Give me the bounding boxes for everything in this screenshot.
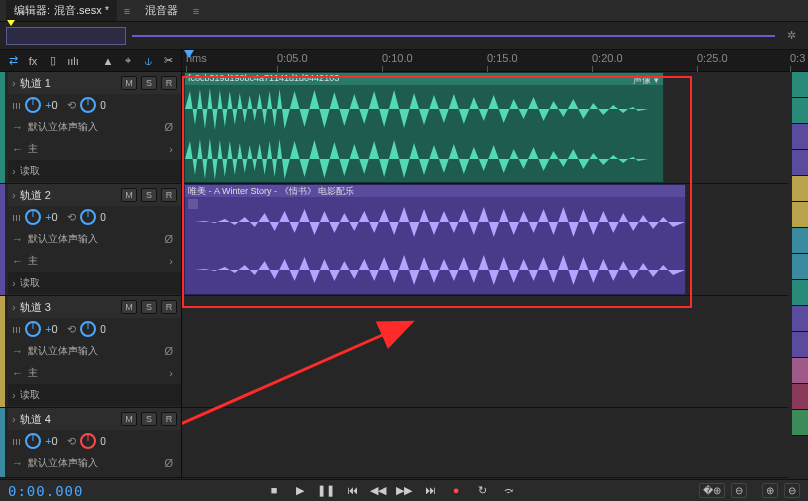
record-arm-button[interactable]: R	[161, 76, 177, 90]
track-output-row[interactable]: ← 主 ›	[8, 138, 181, 160]
track-lane[interactable]	[182, 296, 788, 408]
fx-button[interactable]: fx	[24, 52, 42, 70]
tab-editor-prefix: 编辑器:	[14, 3, 50, 18]
volume-knob[interactable]	[25, 209, 41, 225]
volume-knob[interactable]	[25, 97, 41, 113]
mute-button[interactable]: M	[121, 300, 137, 314]
time-ruler[interactable]: hms 0:05.0 0:10.0 0:15.0 0:20.0 0:25.0 0…	[182, 50, 808, 71]
shuffle-button[interactable]: ⇄	[4, 52, 22, 70]
play-button[interactable]: ▶	[291, 484, 309, 497]
track-name[interactable]: 轨道 1	[20, 76, 117, 91]
stop-button[interactable]: ■	[265, 484, 283, 497]
pan-knob[interactable]	[80, 321, 96, 337]
pan-knob[interactable]	[80, 97, 96, 113]
overview-visible-region[interactable]	[6, 27, 126, 45]
track-name[interactable]: 轨道 2	[20, 188, 117, 203]
pan-knob[interactable]	[80, 433, 96, 449]
pause-button[interactable]: ❚❚	[317, 484, 335, 497]
track-input-row[interactable]: →默认立体声输入Ø	[8, 452, 181, 474]
marker-button[interactable]: ▲	[99, 52, 117, 70]
multitrack-editor: › 轨道 1 M S R ııı +0 ⟲ 0 → 默认立体声输入	[0, 72, 808, 479]
overview-settings-icon[interactable]: ✲	[781, 29, 802, 42]
automation-mode-row[interactable]: ›读取	[8, 384, 181, 406]
toolbar-row: ⇄ fx ▯ ıılı ▲ ⌖ ⫝ ✂ hms 0:05.0 0:10.0 0:…	[0, 50, 808, 72]
panel-menu-icon-2[interactable]: ≡	[190, 5, 202, 17]
zoom-out-amp-button[interactable]: ⊖	[784, 483, 800, 498]
record-arm-button[interactable]: R	[161, 412, 177, 426]
mute-button[interactable]: M	[121, 412, 137, 426]
skip-selection-button[interactable]: ⤼	[499, 484, 517, 497]
sends-button[interactable]: ▯	[44, 52, 62, 70]
tab-editor-file: 混音.sesx *	[54, 3, 109, 18]
track-lane[interactable]: fc8cb319d190bc4a71141d1d6442103 声像 ▾	[182, 72, 788, 184]
track-output-row[interactable]: ←主›	[8, 362, 181, 384]
phase-icon[interactable]: Ø	[164, 121, 177, 133]
track-input-row[interactable]: →默认立体声输入Ø	[8, 340, 181, 362]
magnet-button[interactable]: ⫝	[139, 52, 157, 70]
track-name[interactable]: 轨道 3	[20, 300, 117, 315]
expand-icon[interactable]: ›	[12, 413, 16, 425]
loop-button[interactable]: ↻	[473, 484, 491, 497]
solo-button[interactable]: S	[141, 412, 157, 426]
record-arm-button[interactable]: R	[161, 300, 177, 314]
audio-clip[interactable]: fc8cb319d190bc4a71141d1d6442103 声像 ▾	[184, 72, 664, 183]
rewind-button[interactable]: ◀◀	[369, 484, 387, 497]
solo-button[interactable]: S	[141, 188, 157, 202]
zoom-out-time-button[interactable]: ⊖	[731, 483, 747, 498]
go-to-start-button[interactable]: ⏮	[343, 484, 361, 497]
tab-mixer[interactable]: 混音器	[137, 0, 186, 21]
tab-editor[interactable]: 编辑器: 混音.sesx *	[6, 0, 117, 21]
automation-expand-icon[interactable]: ›	[12, 165, 16, 177]
ruler-tick: 0:10.0	[382, 52, 413, 64]
clip-area[interactable]: fc8cb319d190bc4a71141d1d6442103 声像 ▾ 唯美 …	[182, 72, 808, 479]
zoom-in-amp-button[interactable]: ⊕	[762, 483, 778, 498]
vertical-scrollbar[interactable]	[792, 72, 808, 436]
automation-mode-row[interactable]: ›读取	[8, 272, 181, 294]
track-input-row[interactable]: → 默认立体声输入 Ø	[8, 116, 181, 138]
track-lane[interactable]: 唯美 - A Winter Story - 《情书》 电影配乐	[182, 184, 788, 296]
expand-icon[interactable]: ›	[12, 301, 16, 313]
timecode-display[interactable]: 0:00.000	[8, 483, 83, 499]
ruler-tick: 0:05.0	[277, 52, 308, 64]
razor-button[interactable]: ✂	[159, 52, 177, 70]
ruler-tick: 0:25.0	[697, 52, 728, 64]
overview-playhead-icon[interactable]	[7, 20, 15, 26]
waveform-icon	[185, 135, 663, 183]
waveform-icon	[185, 199, 685, 245]
overview-timeline[interactable]	[132, 35, 775, 37]
track-output-row[interactable]: ←主›	[8, 250, 181, 272]
levels-button[interactable]: ıılı	[64, 52, 82, 70]
automation-mode-row[interactable]: › 读取	[8, 160, 181, 182]
track-input-row[interactable]: →默认立体声输入Ø	[8, 228, 181, 250]
track-header: › 轨道 4 M S R ııı +0 ⟲ 0 →默认立体声输入Ø	[0, 408, 181, 478]
track-header-panel: › 轨道 1 M S R ııı +0 ⟲ 0 → 默认立体声输入	[0, 72, 182, 479]
ruler-tick: 0:20.0	[592, 52, 623, 64]
playhead-handle-icon[interactable]	[184, 50, 194, 58]
meter-icon: ııı	[12, 99, 21, 111]
volume-knob[interactable]	[25, 321, 41, 337]
track-color-bar	[0, 72, 5, 183]
record-arm-button[interactable]: R	[161, 188, 177, 202]
solo-button[interactable]: S	[141, 300, 157, 314]
audio-clip[interactable]: 唯美 - A Winter Story - 《情书》 电影配乐	[184, 184, 686, 295]
mute-button[interactable]: M	[121, 188, 137, 202]
track-head-row: › 轨道 1 M S R	[8, 72, 181, 94]
expand-icon[interactable]: ›	[12, 189, 16, 201]
track-lane[interactable]	[182, 408, 788, 478]
output-expand-icon[interactable]: ›	[169, 143, 177, 155]
record-button[interactable]: ●	[447, 484, 465, 497]
mute-button[interactable]: M	[121, 76, 137, 90]
fast-forward-button[interactable]: ▶▶	[395, 484, 413, 497]
solo-button[interactable]: S	[141, 76, 157, 90]
track-header: › 轨道 2 M S R ııı +0 ⟲ 0 →默认立体声输入Ø ←主› ›读…	[0, 184, 181, 296]
panel-menu-icon[interactable]: ≡	[121, 5, 133, 17]
ruler-tick: 0:3	[790, 52, 805, 64]
snap-button[interactable]: ⌖	[119, 52, 137, 70]
output-arrow-icon: ←	[12, 143, 24, 155]
volume-knob[interactable]	[25, 433, 41, 449]
pan-knob[interactable]	[80, 209, 96, 225]
zoom-in-time-button[interactable]: �⊕	[699, 483, 725, 498]
go-to-end-button[interactable]: ⏭	[421, 484, 439, 497]
track-name[interactable]: 轨道 4	[20, 412, 117, 427]
expand-icon[interactable]: ›	[12, 77, 16, 89]
